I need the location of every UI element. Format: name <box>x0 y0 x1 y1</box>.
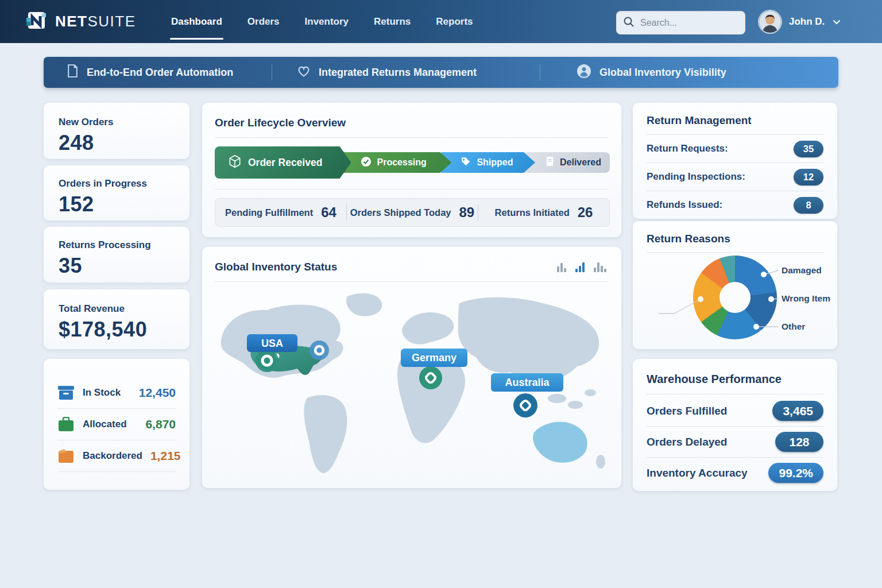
stat-pending-fulfillment: Pending Fulfillment 64 <box>215 204 346 220</box>
map-label-usa[interactable]: USA <box>247 334 297 352</box>
stat-orders-shipped-today: Orders Shipped Today 89 <box>347 204 478 220</box>
stat-value: 89 <box>459 204 475 220</box>
globe-user-icon <box>577 64 591 82</box>
return-row-refunds: Refunds Issued: 8 <box>633 191 837 219</box>
map-label-australia[interactable]: Australia <box>491 373 563 392</box>
brand-text: NETSUITE <box>55 13 136 30</box>
card-title: Order Lifecycle Overview <box>215 117 609 129</box>
row-label: Orders Delayed <box>647 436 727 448</box>
bar-chart-icon[interactable] <box>575 262 585 272</box>
stat-value: 64 <box>321 204 336 220</box>
return-reasons-card: Return Reasons Damaged Wrong Item Other <box>633 221 837 349</box>
kpi-value: 35 <box>59 254 175 278</box>
legend-damaged: Damaged <box>782 265 822 276</box>
stage-label: Order Received <box>248 157 322 169</box>
document-icon <box>67 64 79 81</box>
divider <box>57 471 176 472</box>
divider <box>215 189 609 189</box>
inventory-row-label: In Stock <box>83 387 131 399</box>
count-badge: 12 <box>794 169 823 185</box>
nav-item-orders[interactable]: Orders <box>247 0 280 43</box>
nav-item-dashboard[interactable]: Dashboard <box>171 0 222 43</box>
dashboard-page: NETSUITE Dashboard Orders Inventory Retu… <box>0 0 882 588</box>
card-title: Return Management <box>633 114 837 127</box>
search-box[interactable] <box>616 11 745 34</box>
return-row-requests: Return Requests: 35 <box>633 135 837 163</box>
return-management-card: Return Management Return Requests: 35 Pe… <box>633 103 837 219</box>
inventory-row-label: Allocated <box>83 419 137 430</box>
open-box-icon <box>57 448 75 463</box>
stat-value: 26 <box>578 204 593 220</box>
map-australia-highlight <box>533 421 587 462</box>
stat-label: Orders Shipped Today <box>350 207 451 218</box>
banner-item-label: Integrated Returns Management <box>319 67 477 79</box>
main-nav: Dashboard Orders Inventory Returns Repor… <box>171 0 473 43</box>
divider <box>215 137 609 138</box>
banner-item-inventory-visibility[interactable]: Global Inventory Visibility <box>577 57 726 88</box>
stage-label: Shipped <box>477 157 513 168</box>
row-label: Orders Fulfilled <box>647 405 727 417</box>
netsuite-logo[interactable]: NETSUITE <box>25 0 136 43</box>
warehouse-performance-card: Warehouse Performance Orders Fulfilled 3… <box>633 359 837 491</box>
map-marker-australia[interactable] <box>513 393 537 417</box>
inventory-row-backordered: Backordered 1,215 <box>57 440 176 471</box>
stage-processing[interactable]: Processing <box>341 152 452 173</box>
legend-other: Other <box>782 322 805 332</box>
inventory-row-value: 12,450 <box>139 386 176 400</box>
user-menu[interactable]: John D. <box>759 0 841 43</box>
banner-divider <box>272 64 272 80</box>
nav-item-inventory[interactable]: Inventory <box>305 0 349 43</box>
check-circle-icon <box>361 156 372 169</box>
warehouse-row-fulfilled: Orders Fulfilled 3,465 <box>633 396 837 426</box>
value-pill: 128 <box>775 432 823 452</box>
divider <box>215 281 609 282</box>
banner-item-order-automation[interactable]: End-to-End Order Automation <box>67 57 233 88</box>
chevron-down-icon <box>833 17 841 27</box>
return-reasons-donut[interactable] <box>693 256 777 339</box>
map-label-germany[interactable]: Germany <box>401 349 467 367</box>
kpi-card-new-orders: New Orders 248 <box>44 103 189 159</box>
inventory-row-label: Backordered <box>83 450 142 462</box>
value-pill: 99.2% <box>768 463 823 483</box>
stage-shipped[interactable]: Shipped <box>441 152 535 173</box>
inventory-row-value: 6,870 <box>145 417 176 431</box>
kpi-card-orders-in-progress: Orders in Progress 152 <box>44 165 189 220</box>
order-lifecycle-card: Order Lifecycle Overview Order Received … <box>202 103 621 237</box>
logo-icon <box>25 10 47 34</box>
search-input[interactable] <box>640 18 732 28</box>
kpi-label: Returns Processing <box>59 239 175 251</box>
kpi-label: Orders in Progress <box>59 178 175 189</box>
map-marker-germany[interactable] <box>419 366 442 389</box>
avatar <box>759 11 781 33</box>
feature-banner: End-to-End Order Automation Integrated R… <box>44 57 838 88</box>
bar-chart-icon[interactable] <box>594 262 606 272</box>
count-badge: 35 <box>794 141 823 157</box>
bar-chart-icon[interactable] <box>557 262 566 272</box>
archive-box-icon <box>57 385 75 400</box>
value-pill: 3,465 <box>772 401 823 421</box>
row-label: Refunds Issued: <box>647 199 722 211</box>
kpi-value: $178,540 <box>59 318 175 342</box>
map-marker-usa[interactable] <box>256 349 278 372</box>
inventory-row-value: 1,215 <box>150 449 181 463</box>
cube-icon <box>227 154 242 172</box>
nav-item-reports[interactable]: Reports <box>436 0 473 43</box>
row-label: Pending Inspections: <box>647 171 745 183</box>
nav-item-returns[interactable]: Returns <box>374 0 411 43</box>
warehouse-row-delayed: Orders Delayed 128 <box>633 427 837 457</box>
legend-wrong-item: Wrong Item <box>782 293 830 304</box>
receipt-icon <box>546 156 554 169</box>
stage-delivered[interactable]: Delivered <box>525 152 610 173</box>
divider <box>647 394 823 394</box>
stat-returns-initiated: Returns Initiated 26 <box>478 204 609 220</box>
stage-order-received[interactable]: Order Received <box>215 146 351 179</box>
kpi-card-returns-processing: Returns Processing 35 <box>44 227 189 283</box>
user-name: John D. <box>789 16 825 28</box>
banner-item-returns-management[interactable]: Integrated Returns Management <box>297 57 477 88</box>
heart-icon <box>297 65 311 80</box>
map-marker-usa-east[interactable] <box>310 341 329 360</box>
search-icon <box>623 16 635 30</box>
return-row-inspections: Pending Inspections: 12 <box>633 163 837 191</box>
stage-label: Processing <box>377 157 427 168</box>
banner-item-label: End-to-End Order Automation <box>87 67 233 79</box>
